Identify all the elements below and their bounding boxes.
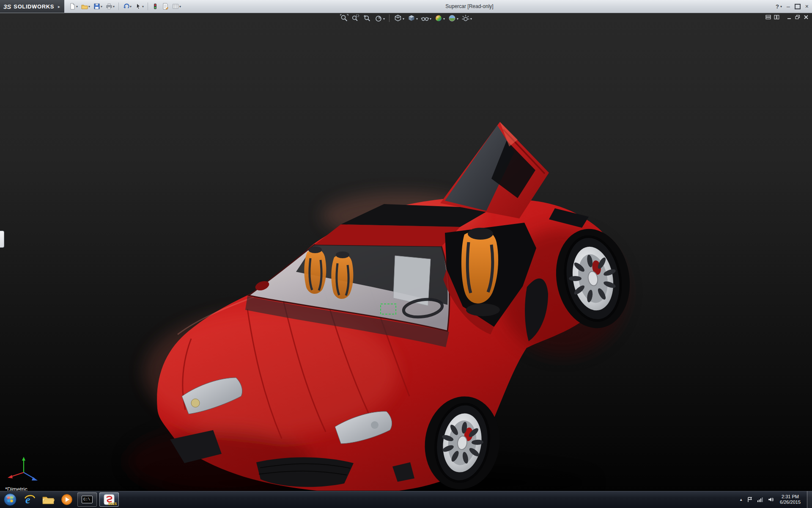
solidworks-menu[interactable]: 3S SOLIDWORKS ▸ — [0, 0, 64, 13]
app-version-badge: 2015 — [108, 502, 117, 506]
close-document-icon[interactable] — [804, 15, 809, 19]
featuremanager-collapsed-tab[interactable] — [0, 231, 4, 248]
driver-seat — [331, 254, 353, 299]
edit-appearance-button[interactable]: ▾ — [434, 14, 445, 22]
title-bar: 3S SOLIDWORKS ▸ ▾ ▾ ▾ ▾ — [0, 0, 812, 13]
print-button[interactable]: ▾ — [104, 2, 116, 11]
view-settings-button[interactable]: ▾ — [461, 14, 472, 22]
zoom-to-area-icon — [351, 14, 360, 22]
zoom-to-fit-icon — [340, 14, 348, 22]
action-center-icon[interactable] — [747, 497, 753, 502]
close-button[interactable]: × — [805, 3, 809, 9]
menu-flyout-icon[interactable]: ▸ — [58, 4, 60, 9]
hidden-icons-chevron[interactable]: ▲ — [739, 498, 743, 502]
heads-up-view-toolbar: ▾ ▾ ▾ ▾ ▾ ▾ — [340, 14, 472, 22]
clock-date: 6/26/2015 — [780, 500, 801, 505]
windows-start-icon — [3, 493, 17, 506]
dropdown-caret-icon[interactable]: ▾ — [457, 17, 458, 22]
hide-show-items-icon — [421, 14, 429, 22]
toolbar-separator — [389, 14, 390, 22]
hide-show-items-button[interactable]: ▾ — [421, 14, 431, 22]
view-orientation-button[interactable]: ▾ — [394, 14, 404, 22]
document-window-controls — [765, 15, 809, 19]
minimize-button[interactable]: – — [787, 3, 790, 9]
orientation-triad — [6, 456, 41, 486]
dropdown-caret-icon[interactable]: ▾ — [403, 17, 404, 22]
section-view-icon — [374, 14, 383, 22]
previous-view-button[interactable] — [363, 14, 371, 22]
show-desktop-button[interactable] — [807, 491, 812, 508]
document-title: Supercar [Read-only] — [127, 3, 812, 9]
minimize-document-icon[interactable] — [787, 15, 792, 19]
network-icon[interactable] — [757, 497, 763, 502]
previous-view-icon — [363, 14, 371, 22]
dropdown-caret-icon[interactable]: ▾ — [113, 5, 115, 8]
volume-icon[interactable] — [768, 497, 774, 502]
help-button[interactable]: ? — [776, 3, 779, 10]
tile-horizontal-icon[interactable] — [765, 15, 771, 19]
restore-document-icon[interactable] — [795, 15, 800, 19]
command-prompt-button[interactable]: C:\ — [77, 492, 97, 507]
solidworks-window: 3S SOLIDWORKS ▸ ▾ ▾ ▾ ▾ — [0, 0, 812, 508]
dropdown-caret-icon[interactable]: ▾ — [443, 17, 445, 22]
new-document-icon — [69, 3, 76, 10]
window-arrange-group — [765, 15, 779, 19]
maximize-button[interactable] — [795, 4, 801, 9]
save-button[interactable]: ▾ — [92, 2, 104, 11]
toolbar-separator — [118, 3, 119, 10]
view-orientation-icon — [394, 14, 402, 22]
solidworks-taskbar-button[interactable]: 2015 — [99, 492, 119, 507]
internet-explorer-button[interactable]: e — [20, 491, 39, 508]
section-view-button[interactable]: ▾ — [374, 14, 385, 22]
dropdown-caret-icon[interactable]: ▾ — [101, 5, 102, 8]
save-icon — [93, 3, 100, 10]
3d-model-supercar[interactable] — [0, 13, 812, 491]
command-prompt-icon: C:\ — [82, 496, 93, 503]
display-style-icon — [407, 14, 416, 22]
media-player-button[interactable] — [58, 491, 76, 508]
view-settings-icon — [461, 14, 470, 22]
file-explorer-button[interactable] — [39, 491, 58, 508]
open-button[interactable]: ▾ — [80, 2, 91, 11]
graphics-area[interactable]: ▾ ▾ ▾ ▾ ▾ ▾ — [0, 13, 812, 491]
solidworks-logo-icon: 3S — [3, 3, 11, 10]
passenger-seat — [304, 249, 326, 294]
dropdown-caret-icon[interactable]: ▾ — [416, 17, 418, 22]
internet-explorer-icon: e — [23, 493, 36, 506]
zoom-to-area-button[interactable] — [351, 14, 360, 22]
dropdown-caret-icon[interactable]: ▾ — [88, 5, 90, 8]
apply-scene-icon — [448, 14, 456, 22]
clock-time: 2:31 PM — [780, 494, 801, 500]
media-player-icon — [61, 494, 73, 505]
display-style-button[interactable]: ▾ — [407, 14, 418, 22]
new-document-button[interactable]: ▾ — [68, 2, 79, 11]
folder-icon — [42, 494, 55, 505]
taskbar-clock[interactable]: 2:31 PM 6/26/2015 — [780, 494, 801, 505]
dropdown-caret-icon[interactable]: ▾ — [470, 17, 472, 22]
brand-name: SOLIDWORKS — [14, 3, 54, 10]
open-folder-icon — [81, 3, 88, 10]
dropdown-caret-icon[interactable]: ▾ — [76, 5, 78, 8]
print-icon — [106, 3, 112, 10]
start-button[interactable] — [0, 491, 20, 508]
edit-appearance-icon — [434, 14, 443, 22]
system-tray: ▲ 2:31 PM 6/26/2015 — [739, 491, 812, 508]
help-caret-icon[interactable]: ▾ — [780, 5, 782, 8]
apply-scene-button[interactable]: ▾ — [448, 14, 458, 22]
tile-vertical-icon[interactable] — [774, 15, 779, 19]
zoom-to-fit-button[interactable] — [340, 14, 348, 22]
taskbar: e C:\ 2015 — [0, 491, 812, 508]
window-controls: ? ▾ – × — [776, 0, 809, 13]
dropdown-caret-icon[interactable]: ▾ — [383, 17, 385, 22]
dropdown-caret-icon[interactable]: ▾ — [430, 17, 431, 22]
